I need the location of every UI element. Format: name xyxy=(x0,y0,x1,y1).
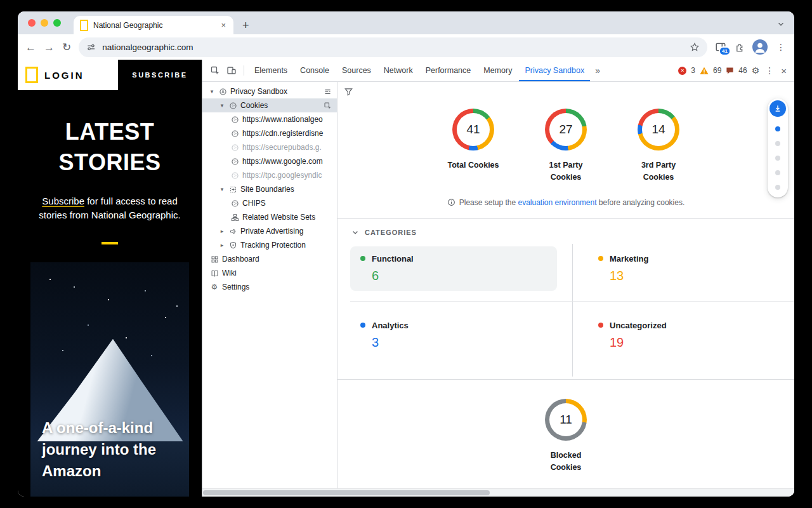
tree-item-dashboard[interactable]: Dashboard xyxy=(202,252,337,266)
browser-menu-kebab-icon[interactable]: ⋮ xyxy=(775,42,787,52)
new-tab-button[interactable]: + xyxy=(242,20,249,31)
hero-image[interactable]: A one-of-a-kind journey into the Amazon xyxy=(30,262,189,497)
nav-dot[interactable] xyxy=(775,156,780,161)
nav-dot[interactable] xyxy=(775,170,780,175)
horizontal-scrollbar[interactable] xyxy=(202,488,794,497)
functional-dot-icon xyxy=(360,256,365,261)
tab-elements[interactable]: Elements xyxy=(249,60,293,81)
tab-close-icon[interactable]: × xyxy=(219,20,227,30)
floating-side-toolbar xyxy=(768,98,788,197)
natgeo-logo-icon[interactable] xyxy=(25,67,38,83)
inspect-element-icon[interactable] xyxy=(207,63,223,78)
tree-item-wiki[interactable]: Wiki xyxy=(202,266,337,280)
login-button[interactable]: LOGIN xyxy=(44,70,84,81)
caret-down-icon[interactable]: ▾ xyxy=(209,88,215,95)
tracking-protection-icon xyxy=(228,241,237,250)
tab-console[interactable]: Console xyxy=(294,60,335,81)
tree-item-origin-nationalgeographic[interactable]: https://www.nationalgeo xyxy=(202,112,337,126)
evaluation-environment-link[interactable]: evaluation environment xyxy=(518,198,596,207)
nav-dot-active[interactable] xyxy=(775,126,780,131)
more-tabs-icon[interactable]: » xyxy=(591,65,604,76)
warning-count[interactable]: 69 xyxy=(713,66,721,75)
privacy-sandbox-sidebar: ▾ Privacy Sandbox ▾ xyxy=(202,82,337,497)
side-panel-icon[interactable]: 41 xyxy=(715,41,726,53)
issues-icon[interactable] xyxy=(726,67,734,75)
blocked-cookies-label: Blocked Cookies xyxy=(540,450,592,474)
tab-performance[interactable]: Performance xyxy=(420,60,477,81)
headline-line1: LATEST xyxy=(18,117,202,147)
error-icon[interactable]: × xyxy=(678,67,686,75)
devtools-settings-gear-icon[interactable]: ⚙ xyxy=(752,65,760,76)
tree-item-origin-googlesyndication[interactable]: https://tpc.googlesyndic xyxy=(202,168,337,182)
categories-header[interactable]: CATEGORIES xyxy=(337,219,794,236)
extensions-puzzle-icon[interactable] xyxy=(734,42,745,53)
first-party-cookies-label: 1st Party Cookies xyxy=(540,159,592,184)
reload-icon[interactable]: ↻ xyxy=(62,42,71,53)
tree-item-origin-google[interactable]: https://www.google.com xyxy=(202,154,337,168)
download-button[interactable] xyxy=(769,100,786,117)
tree-item-chips[interactable]: CHIPS xyxy=(202,196,337,210)
scrollbar-thumb[interactable] xyxy=(203,490,490,495)
error-count[interactable]: 3 xyxy=(691,66,695,75)
maximize-window-button[interactable] xyxy=(53,19,61,27)
settings-gear-icon: ⚙ xyxy=(210,283,219,291)
inspect-cookies-icon[interactable] xyxy=(324,102,332,110)
caret-down-icon[interactable]: ▾ xyxy=(219,186,225,192)
profile-avatar[interactable] xyxy=(752,39,768,55)
url-bar[interactable]: nationalgeographic.com xyxy=(79,37,707,57)
caret-right-icon[interactable]: ▸ xyxy=(219,228,225,234)
caret-down-icon[interactable]: ▾ xyxy=(219,102,225,109)
tree-label: https://www.google.com xyxy=(242,157,334,166)
tab-network[interactable]: Network xyxy=(378,60,419,81)
third-party-cookies-value: 14 xyxy=(642,113,675,146)
bookmark-star-icon[interactable] xyxy=(690,42,700,52)
tree-item-tracking-protection[interactable]: ▸ Tracking Protection xyxy=(202,238,337,252)
filter-funnel-icon[interactable] xyxy=(344,87,353,99)
category-name: Analytics xyxy=(372,321,409,330)
nav-dot[interactable] xyxy=(775,185,780,190)
browser-tab[interactable]: National Geographic × xyxy=(74,16,233,34)
nav-dot[interactable] xyxy=(775,141,780,146)
tree-item-privacy-sandbox[interactable]: ▾ Privacy Sandbox xyxy=(202,84,337,98)
cookie-icon xyxy=(230,143,239,152)
forward-icon[interactable]: → xyxy=(44,42,55,53)
category-uncategorized[interactable]: Uncategorized 19 xyxy=(588,313,779,358)
total-cookies-label: Total Cookies xyxy=(447,159,499,171)
category-functional[interactable]: Functional 6 xyxy=(350,246,557,291)
subscribe-button[interactable]: SUBSCRIBE xyxy=(118,60,202,90)
info-prefix: Please setup the xyxy=(459,198,518,207)
tree-item-private-advertising[interactable]: ▸ Private Advertising xyxy=(202,224,337,238)
webpage-natgeo: LOGIN SUBSCRIBE LATEST STORIES Subscribe… xyxy=(18,60,202,497)
devtools-menu-kebab-icon[interactable]: ⋮ xyxy=(764,65,775,76)
category-cell: Analytics 3 xyxy=(350,302,572,377)
tree-item-settings[interactable]: ⚙ Settings xyxy=(202,280,337,294)
close-window-button[interactable] xyxy=(28,19,36,27)
window-controls xyxy=(18,11,66,34)
tree-item-related-website-sets[interactable]: Related Website Sets xyxy=(202,210,337,224)
category-marketing[interactable]: Marketing 13 xyxy=(588,246,779,291)
section-divider xyxy=(337,379,794,380)
tree-item-site-boundaries[interactable]: ▾ Site Boundaries xyxy=(202,182,337,196)
device-toolbar-icon[interactable] xyxy=(224,63,239,78)
collapse-sidebar-icon[interactable] xyxy=(324,88,332,96)
tab-sources[interactable]: Sources xyxy=(336,60,377,81)
subscribe-link[interactable]: Subscribe xyxy=(42,196,84,206)
tab-memory[interactable]: Memory xyxy=(478,60,518,81)
devtools-close-icon[interactable]: × xyxy=(780,65,788,76)
tree-item-origin-registerdisney[interactable]: https://cdn.registerdisne xyxy=(202,126,337,140)
warning-icon[interactable] xyxy=(700,67,709,75)
third-party-cookies-ring: 14 xyxy=(638,109,679,150)
tab-privacy-sandbox[interactable]: Privacy Sandbox xyxy=(519,60,590,81)
tree-item-cookies[interactable]: ▾ Cookies xyxy=(202,98,337,112)
category-analytics[interactable]: Analytics 3 xyxy=(350,313,557,358)
tab-search-chevron-icon[interactable] xyxy=(776,20,785,29)
issue-count[interactable]: 46 xyxy=(738,66,747,75)
url-text[interactable]: nationalgeographic.com xyxy=(102,43,683,52)
site-settings-icon[interactable] xyxy=(86,43,96,52)
back-icon[interactable]: ← xyxy=(25,42,36,53)
caret-right-icon[interactable]: ▸ xyxy=(219,242,225,248)
tree-item-origin-securepubads[interactable]: https://securepubads.g. xyxy=(202,140,337,154)
tree-label: Related Website Sets xyxy=(242,213,334,222)
minimize-window-button[interactable] xyxy=(41,19,48,27)
category-cell: Marketing 13 xyxy=(572,244,794,302)
